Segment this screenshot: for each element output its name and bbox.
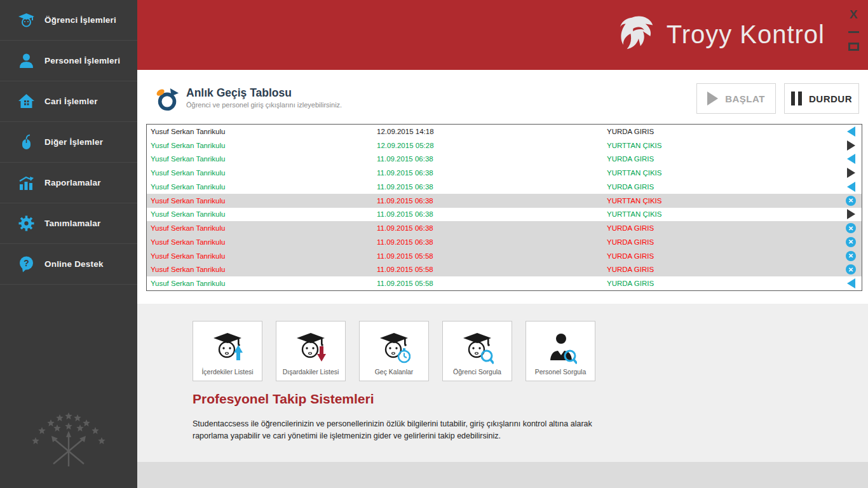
row-name: Yusuf Serkan Tanrikulu xyxy=(147,210,377,218)
exit-arrow-icon xyxy=(840,168,862,178)
close-icon[interactable]: X xyxy=(850,9,858,20)
mouse-icon xyxy=(18,133,35,151)
row-name: Yusuf Serkan Tanrikulu xyxy=(147,224,377,232)
row-datetime: 11.09.2015 06:38 xyxy=(377,169,607,177)
table-row[interactable]: Yusuf Serkan Tanrikulu 11.09.2015 05:58 … xyxy=(147,249,862,263)
sidebar-item-label: Cari İşlemler xyxy=(44,97,98,106)
row-status: YURTTAN ÇIKIS xyxy=(607,197,840,205)
row-status: YURDA GIRIS xyxy=(607,238,840,246)
table-row[interactable]: Yusuf Serkan Tanrikulu 11.09.2015 06:38 … xyxy=(147,194,862,208)
footer-strip xyxy=(137,462,868,488)
row-status: YURDA GIRIS xyxy=(607,252,840,260)
cancel-icon[interactable]: ✕ xyxy=(840,223,862,233)
table-row[interactable]: Yusuf Serkan Tanrikulu 11.09.2015 06:38 … xyxy=(147,152,862,166)
window-controls: X xyxy=(844,9,863,51)
sidebar-item-label: Tanımlamalar xyxy=(44,219,100,228)
row-datetime: 11.09.2015 06:38 xyxy=(377,224,607,232)
sidebar-item-6[interactable]: Tanımlamalar xyxy=(0,203,137,244)
person-icon xyxy=(18,52,35,69)
sidebar: Öğrenci İşlemleri Personel İşlemleri Car… xyxy=(0,0,137,488)
sidebar-item-2[interactable]: Personel İşlemleri xyxy=(0,41,137,81)
shortcut-card[interactable]: Personel Sorgula xyxy=(526,321,595,381)
entry-arrow-icon xyxy=(840,154,862,164)
main-content: Anlık Geçiş Tablosu Öğrenci ve personel … xyxy=(137,70,868,304)
entry-arrow-icon xyxy=(840,182,862,192)
cancel-icon[interactable]: ✕ xyxy=(840,237,862,247)
row-datetime: 11.09.2015 06:38 xyxy=(377,197,607,205)
start-button-label: BAŞLAT xyxy=(725,93,765,104)
row-status: YURTTAN ÇIKIS xyxy=(607,142,840,149)
row-datetime: 11.09.2015 05:58 xyxy=(377,266,607,273)
row-status: YURDA GIRIS xyxy=(607,266,840,273)
promo-heading: Profesyonel Takip Sistemleri xyxy=(193,391,374,407)
start-button[interactable]: BAŞLAT xyxy=(696,83,776,114)
table-row[interactable]: Yusuf Serkan Tanrikulu 12.09.2015 14:18 … xyxy=(147,125,862,139)
row-datetime: 12.09.2015 05:28 xyxy=(377,142,607,149)
student-icon xyxy=(18,11,35,29)
table-row[interactable]: Yusuf Serkan Tanrikulu 11.09.2015 06:38 … xyxy=(147,221,862,235)
shortcut-card[interactable]: Dışardakiler Listesi xyxy=(276,321,346,381)
row-status: YURDA GIRIS xyxy=(607,280,840,287)
row-name: Yusuf Serkan Tanrikulu xyxy=(147,266,377,273)
row-datetime: 11.09.2015 05:58 xyxy=(377,252,607,260)
shortcut-card[interactable]: Öğrenci Sorgula xyxy=(442,321,512,381)
person-search-icon xyxy=(544,330,577,365)
sidebar-item-label: Öğrenci İşlemleri xyxy=(44,15,116,25)
table-row[interactable]: Yusuf Serkan Tanrikulu 11.09.2015 05:58 … xyxy=(147,263,862,277)
row-name: Yusuf Serkan Tanrikulu xyxy=(147,238,377,246)
row-name: Yusuf Serkan Tanrikulu xyxy=(147,280,377,287)
row-datetime: 11.09.2015 06:38 xyxy=(377,155,607,163)
shortcut-card-label: İçerdekiler Listesi xyxy=(201,368,253,376)
row-name: Yusuf Serkan Tanrikulu xyxy=(147,142,377,149)
shortcut-card[interactable]: Geç Kalanlar xyxy=(359,321,429,381)
table-row[interactable]: Yusuf Serkan Tanrikulu 11.09.2015 06:38 … xyxy=(147,180,862,194)
row-status: YURDA GIRIS xyxy=(607,224,840,232)
table-row[interactable]: Yusuf Serkan Tanrikulu 12.09.2015 05:28 … xyxy=(147,139,862,152)
app-title: TroyyKontrol xyxy=(667,20,825,49)
sidebar-item-label: Diğer İşlemler xyxy=(44,137,103,147)
row-name: Yusuf Serkan Tanrikulu xyxy=(147,169,377,177)
brand-word-1: Troyy xyxy=(667,20,733,48)
maximize-icon[interactable] xyxy=(848,43,859,51)
minimize-icon[interactable] xyxy=(848,31,859,33)
emblem-decoration xyxy=(18,398,119,474)
table-row[interactable]: Yusuf Serkan Tanrikulu 11.09.2015 06:38 … xyxy=(147,235,862,249)
exit-arrow-icon xyxy=(840,140,862,151)
pause-icon xyxy=(791,92,802,105)
row-datetime: 12.09.2015 14:18 xyxy=(377,128,607,135)
entry-arrow-icon xyxy=(840,126,862,137)
sidebar-item-3[interactable]: Cari İşlemler xyxy=(0,81,137,122)
student-down-icon xyxy=(294,330,327,365)
sidebar-item-4[interactable]: Diğer İşlemler xyxy=(0,122,137,163)
shortcut-card[interactable]: İçerdekiler Listesi xyxy=(193,321,262,381)
sidebar-item-5[interactable]: Raporlamalar xyxy=(0,163,137,203)
cancel-icon[interactable]: ✕ xyxy=(840,196,862,206)
row-datetime: 11.09.2015 06:38 xyxy=(377,210,607,218)
play-icon xyxy=(707,92,718,105)
shortcut-cards: İçerdekiler Listesi Dışardakiler Listesi… xyxy=(193,321,595,381)
row-name: Yusuf Serkan Tanrikulu xyxy=(147,183,377,191)
table-row[interactable]: Yusuf Serkan Tanrikulu 11.09.2015 06:38 … xyxy=(147,208,862,222)
row-status: YURTTAN ÇIKIS xyxy=(607,169,840,177)
student-search-icon xyxy=(461,330,494,365)
student-up-icon xyxy=(211,330,244,365)
row-datetime: 11.09.2015 06:38 xyxy=(377,238,607,246)
sidebar-item-7[interactable]: ? Online Destek xyxy=(0,244,137,285)
help-bubble-icon: ? xyxy=(18,255,35,273)
entry-arrow-icon xyxy=(840,278,862,288)
gauge-icon xyxy=(156,88,180,112)
cancel-icon[interactable]: ✕ xyxy=(840,264,862,274)
stop-button[interactable]: DURDUR xyxy=(784,83,859,114)
sidebar-item-label: Personel İşlemleri xyxy=(44,56,120,65)
stop-button-label: DURDUR xyxy=(809,93,852,104)
table-row[interactable]: Yusuf Serkan Tanrikulu 11.09.2015 06:38 … xyxy=(147,166,862,180)
table-row[interactable]: Yusuf Serkan Tanrikulu 11.09.2015 05:58 … xyxy=(147,276,862,290)
app-logo: TroyyKontrol xyxy=(618,15,825,53)
gear-icon xyxy=(18,215,35,232)
row-status: YURDA GIRIS xyxy=(607,155,840,163)
sidebar-item-label: Raporlamalar xyxy=(44,178,101,187)
page-header: Anlık Geçiş Tablosu Öğrenci ve personel … xyxy=(156,86,342,112)
sidebar-item-1[interactable]: Öğrenci İşlemleri xyxy=(0,0,137,41)
cancel-icon[interactable]: ✕ xyxy=(840,251,862,261)
row-status: YURDA GIRIS xyxy=(607,183,840,191)
